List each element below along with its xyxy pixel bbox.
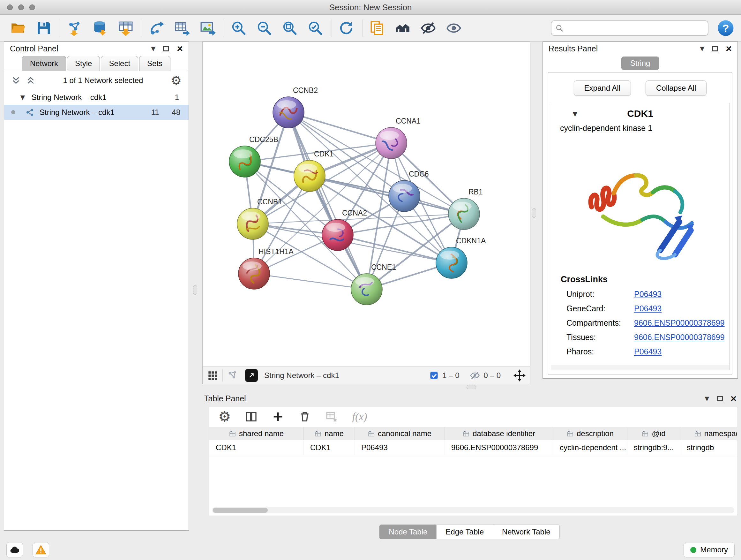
add-column-plus-icon[interactable] xyxy=(272,410,284,423)
panel-menu-caret-icon[interactable]: ▾ xyxy=(704,394,709,403)
tab-edge-table[interactable]: Edge Table xyxy=(436,524,493,539)
copy-button[interactable] xyxy=(367,18,387,38)
column-header-namespac[interactable]: namespac xyxy=(680,427,737,440)
table-settings-gear-icon[interactable]: ⚙ xyxy=(218,410,231,424)
network-arrow-icon xyxy=(149,20,165,36)
open-session-button[interactable] xyxy=(8,18,28,38)
gear-icon[interactable]: ⚙ xyxy=(171,74,182,86)
tab-network-table[interactable]: Network Table xyxy=(493,524,560,539)
network-node-CCNB1[interactable]: CCNB1 xyxy=(237,198,282,240)
clone-network-button[interactable] xyxy=(147,18,166,38)
help-button[interactable]: ? xyxy=(717,19,735,37)
network-node-CDKN1A[interactable]: CDKN1A xyxy=(436,237,486,278)
network-node-CCNA1[interactable]: CCNA1 xyxy=(376,117,421,159)
network-node-CCNB2[interactable]: CCNB2 xyxy=(273,86,318,128)
section-caret-icon[interactable]: ▼ xyxy=(571,109,579,119)
column-header--id[interactable]: @id xyxy=(627,427,680,440)
table-cell[interactable]: CDK1 xyxy=(304,440,355,455)
table-cell[interactable]: stringdb xyxy=(680,440,737,455)
float-panel-icon[interactable] xyxy=(712,46,718,51)
column-header-description[interactable]: description xyxy=(553,427,627,440)
table-hscrollbar-track[interactable] xyxy=(212,507,734,513)
fit-content-crosshair-icon[interactable] xyxy=(514,369,526,381)
table-cell[interactable]: 9606.ENSP00000378699 xyxy=(445,440,553,455)
network-node-HIST1H1A[interactable]: HIST1H1A xyxy=(239,247,294,289)
float-panel-icon[interactable] xyxy=(717,396,723,401)
birdseye-view-icon[interactable] xyxy=(227,370,238,381)
collapse-all-button[interactable]: Collapse All xyxy=(646,80,706,96)
tab-node-table[interactable]: Node Table xyxy=(380,524,436,539)
hide-glass-balls-button[interactable] xyxy=(418,18,438,38)
selected-checkbox-icon[interactable] xyxy=(429,371,439,380)
import-network-file-button[interactable] xyxy=(65,18,84,38)
import-network-database-button[interactable] xyxy=(90,18,110,38)
show-columns-icon[interactable] xyxy=(245,410,258,423)
column-header-shared-name[interactable]: shared name xyxy=(209,427,304,440)
close-panel-icon[interactable]: × xyxy=(731,393,737,403)
network-node-RB1[interactable]: RB1 xyxy=(448,188,483,230)
crosslink-compartments-link[interactable]: 9606.ENSP00000378699 xyxy=(634,318,725,327)
table-cell[interactable]: stringdb:9... xyxy=(627,440,680,455)
import-table-file-button[interactable] xyxy=(116,18,136,38)
network-edge-CCNB2-CCNA1[interactable] xyxy=(288,112,391,143)
network-edge-CCNB2-CCNE1[interactable] xyxy=(288,112,367,289)
tab-string[interactable]: String xyxy=(621,57,659,70)
grid-view-icon[interactable] xyxy=(207,370,218,381)
tree-caret-icon[interactable]: ▼ xyxy=(19,93,26,102)
tab-style[interactable]: Style xyxy=(67,56,100,71)
close-panel-icon[interactable]: × xyxy=(726,44,732,54)
collapse-all-tree-icon[interactable] xyxy=(26,76,36,85)
network-edge-CDK1-RB1[interactable] xyxy=(310,176,464,214)
warnings-button[interactable] xyxy=(32,542,49,557)
network-edge-HIST1H1A-CCNE1[interactable] xyxy=(254,273,367,289)
show-structure-images-button[interactable] xyxy=(444,18,464,38)
column-header-name[interactable]: name xyxy=(304,427,355,440)
zoom-in-button[interactable] xyxy=(229,18,249,38)
zoom-selected-button[interactable] xyxy=(306,18,325,38)
column-header-canonical-name[interactable]: canonical name xyxy=(355,427,445,440)
crosslink-tissues-link[interactable]: 9606.ENSP00000378699 xyxy=(634,333,725,342)
network-row-selected[interactable]: String Network – cdk1 11 48 xyxy=(4,105,189,120)
left-splitter-handle[interactable] xyxy=(193,285,197,295)
apply-layout-button[interactable] xyxy=(336,18,356,38)
close-panel-icon[interactable]: × xyxy=(177,44,183,54)
network-collection-row[interactable]: ▼ String Network – cdk1 1 xyxy=(4,90,189,105)
delete-column-trash-icon[interactable] xyxy=(298,410,311,423)
export-table-button[interactable] xyxy=(172,18,192,38)
crosslink-genecard-link[interactable]: P06493 xyxy=(634,304,662,313)
panel-menu-caret-icon[interactable]: ▾ xyxy=(700,44,704,53)
float-panel-icon[interactable] xyxy=(163,46,169,51)
export-view-button[interactable] xyxy=(245,369,258,382)
crosslink-uniprot-link[interactable]: P06493 xyxy=(634,290,662,299)
zoom-fit-button[interactable] xyxy=(280,18,300,38)
memory-button[interactable]: Memory xyxy=(684,542,735,557)
save-session-button[interactable] xyxy=(34,18,54,38)
expand-all-tree-icon[interactable] xyxy=(11,76,21,85)
table-cell[interactable]: P06493 xyxy=(355,440,445,455)
table-hscrollbar-thumb[interactable] xyxy=(213,508,268,513)
cloud-status-button[interactable] xyxy=(6,542,23,557)
hidden-eye-slash-icon[interactable] xyxy=(470,370,480,381)
toolbar-search[interactable] xyxy=(551,20,709,36)
tab-network[interactable]: Network xyxy=(22,56,66,71)
tab-sets[interactable]: Sets xyxy=(139,56,171,71)
column-header-database-identifier[interactable]: database identifier xyxy=(445,427,553,440)
function-builder-fx-icon[interactable]: f(x) xyxy=(352,411,367,423)
crosslink-pharos-link[interactable]: P06493 xyxy=(634,347,662,356)
zoom-out-button[interactable] xyxy=(254,18,274,38)
crosslink-label: Uniprot: xyxy=(566,290,634,299)
search-input[interactable] xyxy=(563,22,704,35)
panel-menu-caret-icon[interactable]: ▾ xyxy=(151,44,155,53)
bottom-splitter-handle[interactable] xyxy=(467,385,476,389)
table-cell[interactable]: CDK1 xyxy=(209,440,304,455)
network-node-CDC25B[interactable]: CDC25B xyxy=(229,135,278,177)
export-image-button[interactable] xyxy=(198,18,218,38)
right-splitter-handle[interactable] xyxy=(532,208,536,218)
expand-all-button[interactable]: Expand All xyxy=(574,80,631,96)
string-home-button[interactable] xyxy=(393,18,413,38)
network-node-CDK1[interactable]: CDK1 xyxy=(294,150,333,192)
tab-select[interactable]: Select xyxy=(101,56,138,71)
results-scrollbar-track[interactable] xyxy=(551,365,729,370)
network-view-canvas[interactable]: CCNB2CCNA1CDC25BCDK1CDC6RB1CCNB1CCNA2CDK… xyxy=(202,42,530,367)
table-cell[interactable]: cyclin-dependent ... xyxy=(553,440,627,455)
